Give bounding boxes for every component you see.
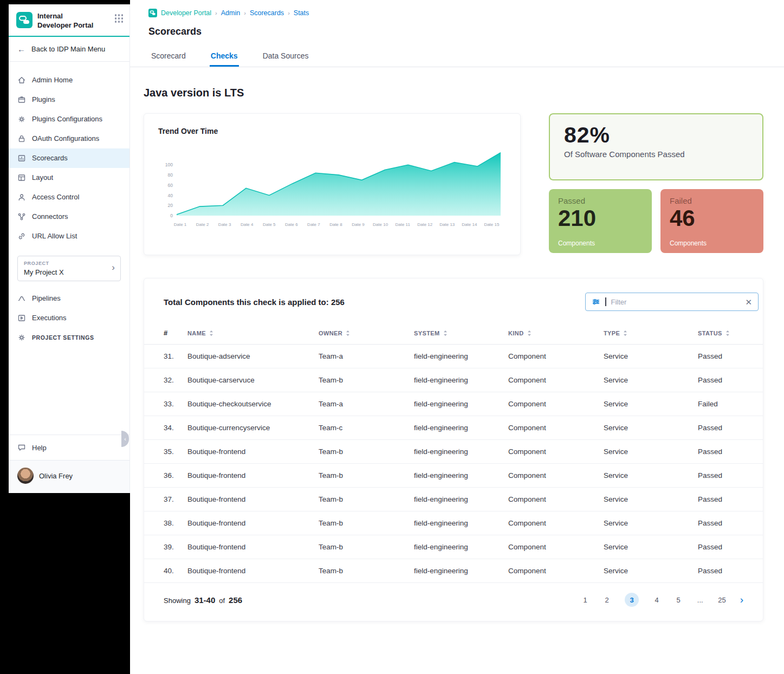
page-4[interactable]: 4 <box>653 596 660 604</box>
cell-system: field-engineering <box>414 495 508 503</box>
components-table-card: Total Components this check is applied t… <box>144 278 763 621</box>
breadcrumb-separator: › <box>215 10 217 16</box>
project-name: My Project X <box>24 268 114 276</box>
sidebar-item-project-settings[interactable]: PROJECT SETTINGS <box>9 328 129 347</box>
column-header-kind[interactable]: KIND <box>508 330 604 336</box>
sidebar-item-url-allow-list[interactable]: URL Allow List <box>9 226 129 246</box>
cell-system: field-engineering <box>414 567 508 575</box>
cell-num: 31. <box>164 352 187 360</box>
table-body: 31. Boutique-adservice Team-a field-engi… <box>144 345 763 583</box>
cell-kind: Component <box>508 352 604 360</box>
cell-type: Service <box>604 424 698 432</box>
filter-field[interactable]: ✕ <box>585 293 759 311</box>
svg-text:60: 60 <box>168 183 173 188</box>
table-row[interactable]: 38. Boutique-frontend Team-b field-engin… <box>144 511 763 535</box>
page-title: Scorecards <box>148 26 784 37</box>
tab-checks[interactable]: Checks <box>210 46 239 67</box>
user-avatar <box>17 468 34 484</box>
next-page-button[interactable]: › <box>740 594 743 606</box>
table-row[interactable]: 34. Boutique-currencyservice Team-c fiel… <box>144 416 763 440</box>
cell-kind: Component <box>508 543 604 551</box>
x-tick-label: Date 1 <box>169 222 191 227</box>
gear-icon <box>17 333 26 342</box>
home-icon <box>17 76 26 85</box>
project-selector[interactable]: PROJECT My Project X › <box>17 256 121 281</box>
page-1[interactable]: 1 <box>581 596 589 604</box>
breadcrumb-separator: › <box>244 10 246 16</box>
column-header-system[interactable]: SYSTEM <box>414 330 508 336</box>
failed-caption: Components <box>670 239 707 247</box>
cell-type: Service <box>604 495 698 503</box>
help-button[interactable]: Help <box>9 435 129 460</box>
cell-type: Service <box>604 400 698 408</box>
page-5[interactable]: 5 <box>675 596 682 604</box>
clear-filter-icon[interactable]: ✕ <box>745 298 752 306</box>
sidebar-item-executions[interactable]: Executions <box>9 308 129 328</box>
table-row[interactable]: 39. Boutique-frontend Team-b field-engin… <box>144 535 763 559</box>
sort-icon[interactable] <box>443 330 448 336</box>
x-tick-label: Date 14 <box>458 222 481 227</box>
sidebar-item-access-control[interactable]: Access Control <box>9 187 129 207</box>
page-25[interactable]: 25 <box>718 596 725 604</box>
breadcrumb-admin[interactable]: Admin <box>221 9 240 17</box>
table-row[interactable]: 33. Boutique-checkoutservice Team-a fiel… <box>144 392 763 416</box>
cell-type: Service <box>604 519 698 527</box>
breadcrumb-scorecards[interactable]: Scorecards <box>250 9 284 17</box>
column-header-owner[interactable]: OWNER <box>319 330 414 336</box>
sidebar-item-pipelines[interactable]: Pipelines <box>9 289 129 308</box>
sort-icon[interactable] <box>209 330 213 336</box>
passed-card: Passed 210 Components <box>549 189 652 253</box>
tab-data-sources[interactable]: Data Sources <box>262 46 310 67</box>
column-header-type[interactable]: TYPE <box>604 330 698 336</box>
failed-card: Failed 46 Components <box>660 189 763 253</box>
x-tick-label: Date 12 <box>414 222 436 227</box>
cell-name: Boutique-frontend <box>187 543 319 551</box>
cell-status: Passed <box>698 352 743 360</box>
sidebar-item-scorecards[interactable]: Scorecards <box>9 148 129 168</box>
table-row[interactable]: 32. Boutique-carservuce Team-b field-eng… <box>144 368 763 392</box>
cell-status: Passed <box>698 495 743 503</box>
user-name: Olivia Frey <box>39 472 73 480</box>
sidebar-item-connectors[interactable]: Connectors <box>9 207 129 226</box>
back-to-main-menu[interactable]: ← Back to IDP Main Menu <box>9 37 129 62</box>
sort-icon[interactable] <box>346 330 350 336</box>
cell-owner: Team-b <box>319 567 414 575</box>
page-...[interactable]: ... <box>696 596 704 604</box>
sidebar-item-plugins-configurations[interactable]: Plugins Configurations <box>9 109 129 129</box>
user-menu[interactable]: Olivia Frey <box>9 460 129 493</box>
page-3[interactable]: 3 <box>625 593 639 607</box>
plugins-icon <box>17 95 26 104</box>
sidebar-item-oauth-configurations[interactable]: OAuth Configurations <box>9 129 129 148</box>
sidebar-column: Internal Developer Portal ← Back to IDP … <box>0 0 130 674</box>
table-row[interactable]: 31. Boutique-adservice Team-a field-engi… <box>144 345 763 368</box>
cell-name: Boutique-frontend <box>187 495 319 503</box>
table-row[interactable]: 36. Boutique-frontend Team-b field-engin… <box>144 464 763 488</box>
table-row[interactable]: 35. Boutique-frontend Team-b field-engin… <box>144 440 763 464</box>
table-row[interactable]: 40. Boutique-frontend Team-b field-engin… <box>144 559 763 583</box>
sidebar-item-admin-home[interactable]: Admin Home <box>9 70 129 90</box>
breadcrumb-developer-portal[interactable]: Developer Portal <box>161 9 211 17</box>
table-title: Total Components this check is applied t… <box>164 297 345 307</box>
tab-scorecard[interactable]: Scorecard <box>150 46 187 67</box>
sidebar-item-plugins[interactable]: Plugins <box>9 90 129 109</box>
sort-icon[interactable] <box>623 330 627 336</box>
sort-icon[interactable] <box>527 330 532 336</box>
cell-owner: Team-c <box>319 424 414 432</box>
gear-icon <box>17 115 26 124</box>
table-row[interactable]: 37. Boutique-frontend Team-b field-engin… <box>144 488 763 511</box>
breadcrumb-stats[interactable]: Stats <box>294 9 309 17</box>
project-label: PROJECT <box>24 261 114 266</box>
cell-num: 36. <box>164 471 187 479</box>
x-tick-label: Date 2 <box>191 222 213 227</box>
main-content: Developer Portal › Admin › Scorecards › … <box>130 0 784 674</box>
filter-input[interactable] <box>611 298 741 306</box>
x-tick-label: Date 11 <box>392 222 414 227</box>
page-2[interactable]: 2 <box>603 596 611 604</box>
apps-grid-icon[interactable] <box>115 14 124 23</box>
sidebar-item-layout[interactable]: Layout <box>9 168 129 187</box>
column-header-status[interactable]: STATUS <box>698 330 743 336</box>
percent-passed-caption: Of Software Components Passed <box>564 150 748 159</box>
column-header-name[interactable]: NAME <box>187 330 319 336</box>
sort-icon[interactable] <box>725 330 730 336</box>
x-tick-label: Date 6 <box>280 222 302 227</box>
